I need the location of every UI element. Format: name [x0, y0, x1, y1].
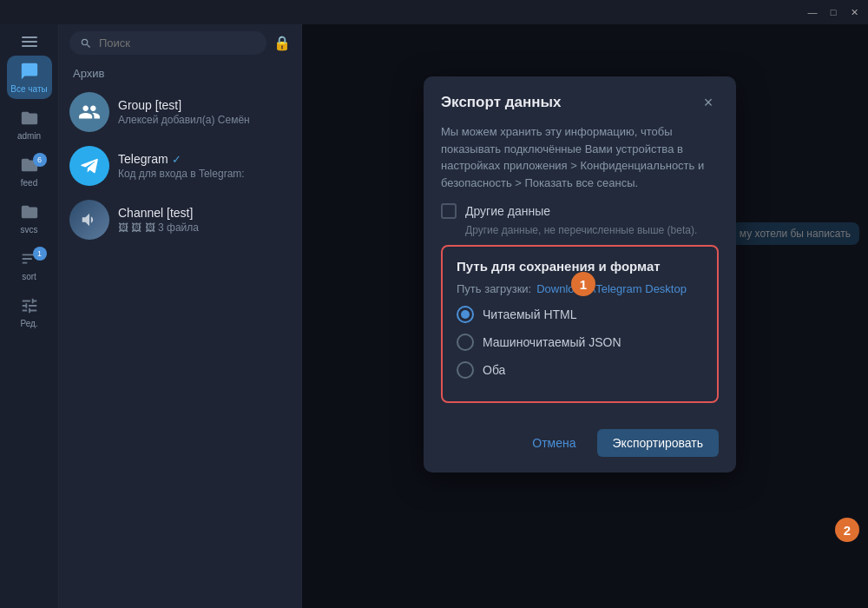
search-icon [80, 37, 92, 50]
chat-item-channel[interactable]: Channel [test] 🖼 🖼 🖼 3 файла [59, 193, 301, 247]
chat-item-group[interactable]: Group [test] Алексей добавил(а) Семён [59, 85, 301, 139]
chat-info-group: Group [test] Алексей добавил(а) Семён [118, 98, 291, 126]
maximize-button[interactable]: □ [826, 5, 840, 19]
search-input[interactable] [99, 36, 256, 50]
chat-item-telegram[interactable]: Telegram ✓ Код для входа в Telegram: [59, 139, 301, 193]
radio-html-circle [457, 306, 474, 323]
dialog-header: Экспорт данных × [424, 76, 736, 123]
chat-list-panel: 🔒 Архив Group [test] Алексей добавил(а) … [59, 24, 302, 608]
sort-badge: 1 [33, 247, 47, 261]
radio-both-circle [457, 361, 474, 379]
radio-json[interactable]: Машиночитаемый JSON [457, 334, 703, 351]
radio-json-label: Машиночитаемый JSON [483, 335, 621, 349]
sidebar-item-sort-label: sort [22, 272, 36, 281]
sidebar: Все чаты admin 6 feed [0, 24, 59, 608]
chat-preview-channel: 🖼 🖼 🖼 3 файла [118, 221, 291, 234]
main-content: му хотели бы написать 1 2 Экспорт данных… [302, 24, 868, 608]
other-data-checkbox-item: Другие данные [441, 203, 719, 219]
hamburger-icon [22, 36, 37, 47]
dialog-close-button[interactable]: × [698, 92, 719, 113]
other-data-checkbox[interactable] [441, 203, 457, 219]
chat-info-telegram: Telegram ✓ Код для входа в Telegram: [118, 152, 291, 180]
chat-name-channel: Channel [test] [118, 206, 291, 220]
minimize-button[interactable]: — [806, 5, 819, 19]
sidebar-item-sort[interactable]: 1 sort [7, 243, 52, 287]
chat-preview-group: Алексей добавил(а) Семён [118, 114, 291, 126]
path-value[interactable]: Downloads\Telegram Desktop [536, 282, 687, 295]
other-data-sublabel: Другие данные, не перечисленные выше (be… [465, 224, 719, 236]
search-input-wrap[interactable] [69, 31, 266, 55]
dialog-title: Экспорт данных [441, 94, 561, 111]
sidebar-item-feed-label: feed [21, 178, 37, 188]
chat-icon [19, 61, 40, 82]
sidebar-item-svcs-label: svcs [21, 225, 38, 235]
radio-html[interactable]: Читаемый HTML [457, 306, 703, 323]
sidebar-hamburger[interactable] [7, 31, 52, 52]
archive-label: Архив [59, 62, 301, 85]
chat-name-text-telegram: Telegram [118, 152, 168, 166]
chat-avatar-channel [69, 200, 109, 240]
titlebar-controls: — □ ✕ [806, 5, 861, 19]
chat-name-group: Group [test] [118, 98, 291, 112]
sidebar-item-svcs[interactable]: svcs [7, 196, 52, 240]
radio-both[interactable]: Оба [457, 361, 703, 379]
folder3-icon [19, 202, 40, 222]
step1-badge: 1 [571, 272, 595, 296]
app-container: Все чаты admin 6 feed [0, 24, 868, 608]
sidebar-item-edit[interactable]: Ред. [7, 290, 52, 334]
folder-icon [19, 108, 40, 129]
sidebar-item-admin[interactable]: admin [7, 102, 52, 146]
close-button[interactable]: ✕ [847, 5, 861, 19]
chat-avatar-group [69, 92, 109, 132]
chat-preview-telegram: Код для входа в Telegram: [118, 168, 291, 180]
sidebar-item-feed[interactable]: 6 feed [7, 149, 52, 193]
path-label: Путь загрузки: [457, 282, 531, 295]
sidebar-item-admin-label: admin [17, 131, 41, 141]
step2-badge: 2 [835, 518, 859, 542]
settings-icon [19, 295, 40, 316]
other-data-label: Другие данные [465, 204, 550, 218]
cancel-button[interactable]: Отмена [522, 429, 586, 457]
radio-json-circle [457, 334, 474, 351]
sidebar-item-edit-label: Ред. [20, 319, 37, 328]
export-button[interactable]: Экспортировать [597, 429, 719, 457]
lock-icon: 🔒 [273, 35, 291, 51]
chat-info-channel: Channel [test] 🖼 🖼 🖼 3 файла [118, 206, 291, 234]
titlebar: — □ ✕ [0, 0, 868, 24]
verified-icon: ✓ [172, 153, 181, 166]
chat-name-telegram: Telegram ✓ [118, 152, 291, 166]
radio-html-label: Читаемый HTML [483, 307, 577, 321]
sidebar-item-all-chats-label: Все чаты [10, 84, 47, 94]
dialog-description: Мы можем хранить эту информацию, чтобы п… [441, 123, 719, 191]
dialog-footer: Отмена Экспортировать [424, 420, 736, 473]
chat-name-text-group: Group [test] [118, 98, 181, 112]
chat-name-text-channel: Channel [test] [118, 206, 193, 220]
feed-badge: 6 [33, 153, 47, 167]
chat-avatar-telegram [69, 146, 109, 186]
search-bar: 🔒 [59, 24, 301, 62]
sidebar-item-all-chats[interactable]: Все чаты [7, 56, 52, 99]
format-section-box: Путь для сохранения и формат Путь загруз… [441, 245, 719, 403]
radio-both-label: Оба [483, 363, 505, 377]
